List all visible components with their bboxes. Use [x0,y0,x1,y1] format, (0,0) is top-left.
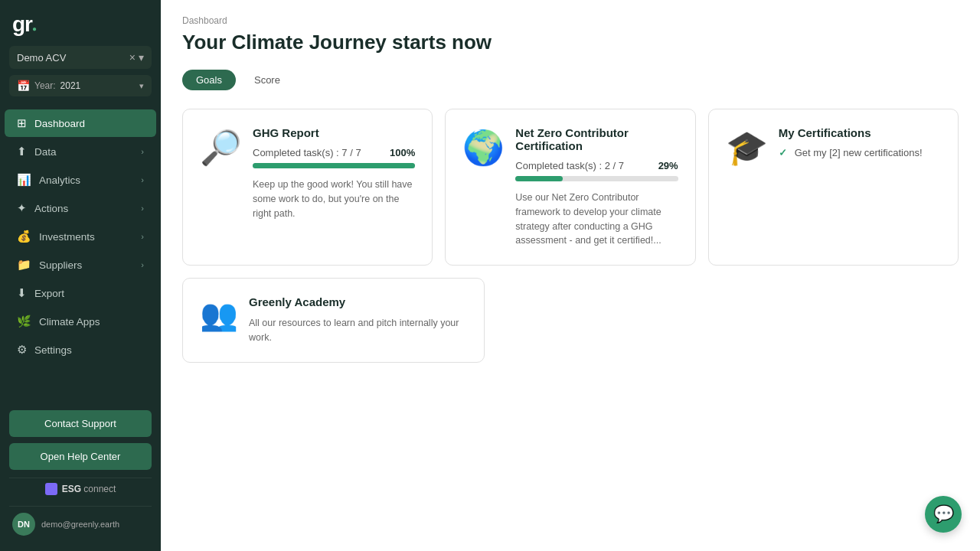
card-content: Net Zero Contributor Certification Compl… [515,126,678,248]
chevron-icon: › [141,175,144,184]
sidebar-item-label: Analytics [39,174,141,186]
chat-icon: 💬 [933,504,954,524]
year-chevron-icon: ▾ [139,81,144,91]
checkmark-icon: ✓ [779,147,787,158]
card-content: My Certifications ✓ Get my [2] new certi… [779,126,941,158]
sidebar-item-investments[interactable]: 💰 Investments › [5,223,156,250]
dashboard-icon: ⊞ [17,116,27,130]
sidebar-item-label: Suppliers [39,259,141,271]
card-inner: 🔎 GHG Report Completed task(s) : 7 / 7 1… [200,126,415,220]
page-title: Your Climate Journey starts now [182,31,959,54]
greenly-academy-card[interactable]: 👥 Greenly Academy All our resources to l… [182,278,485,363]
year-value: 2021 [60,80,139,91]
dropdown-icons: × ▾ [129,51,144,64]
breadcrumb: Dashboard [182,15,959,26]
sidebar-item-data[interactable]: ⬆ Data › [5,138,156,165]
sidebar-item-suppliers[interactable]: 📁 Suppliers › [5,251,156,279]
card-meta: Completed task(s) : 7 / 7 100% [253,147,415,158]
percent-label: 29% [658,160,678,171]
clear-icon[interactable]: × [129,51,136,64]
cards-row-bottom: 👥 Greenly Academy All our resources to l… [182,278,959,363]
actions-icon: ✦ [17,201,27,215]
card-description: Use our Net Zero Contributor framework t… [515,191,678,248]
avatar: DN [12,513,35,536]
cert-row: ✓ Get my [2] new certifications! [779,147,941,158]
analytics-icon: 📊 [17,173,31,187]
net-zero-card[interactable]: 🌍 Net Zero Contributor Certification Com… [445,109,695,266]
sidebar-item-label: Export [34,288,144,299]
completed-label: Completed task(s) : 2 / 7 [515,160,624,171]
card-description: Keep up the good work! You still have so… [253,178,415,220]
percent-label: 100% [390,147,415,158]
logo-dot: ● [32,24,36,33]
sidebar-item-dashboard[interactable]: ⊞ Dashboard [5,109,156,137]
export-icon: ⬇ [17,286,27,300]
certifications-card[interactable]: 🎓 My Certifications ✓ Get my [2] new cer… [708,109,959,266]
sidebar-item-label: Dashboard [34,118,144,129]
settings-icon: ⚙ [17,343,27,357]
logo-letters: gr [12,12,32,36]
investments-icon: 💰 [17,230,31,243]
sidebar-item-actions[interactable]: ✦ Actions › [5,194,156,222]
sidebar-item-label: Actions [34,203,141,214]
card-content: Greenly Academy All our resources to lea… [249,295,467,345]
logo: gr● [12,12,36,37]
progress-bar-fill [515,176,563,181]
contact-support-button[interactable]: Contact Support [9,410,152,437]
suppliers-icon: 📁 [17,258,31,272]
tab-score[interactable]: Score [240,70,294,90]
chevron-icon: › [141,232,144,241]
chevron-down-icon: ▾ [139,51,144,64]
sidebar-item-settings[interactable]: ⚙ Settings [5,336,156,364]
globe-icon: 🌍 [462,128,505,168]
progress-bar-bg [253,163,415,168]
graduation-icon: 🎓 [726,128,768,168]
sidebar-item-label: Climate Apps [39,316,144,328]
sidebar-item-analytics[interactable]: 📊 Analytics › [5,166,156,194]
card-content: GHG Report Completed task(s) : 7 / 7 100… [253,126,415,220]
year-label: Year: [34,80,56,91]
sidebar: gr● Demo ACV × ▾ 📅 Year: 2021 ▾ ⊞ Dashbo… [0,0,161,551]
esg-connect-badge: ESG connect [9,478,152,500]
climate-apps-icon: 🌿 [17,315,31,328]
chevron-icon: › [141,147,144,156]
chevron-icon: › [141,204,144,213]
chevron-icon: › [141,260,144,269]
ghg-report-card[interactable]: 🔎 GHG Report Completed task(s) : 7 / 7 1… [182,109,433,266]
card-title: My Certifications [779,126,941,139]
sidebar-item-export[interactable]: ⬇ Export [5,279,156,307]
cert-line: Get my [2] new certifications! [795,147,923,158]
esg-label: ESG connect [62,484,116,494]
chat-fab-button[interactable]: 💬 [925,496,962,533]
progress-bar-bg [515,176,678,181]
cards-row-top: 🔎 GHG Report Completed task(s) : 7 / 7 1… [182,109,959,266]
year-selector[interactable]: 📅 Year: 2021 ▾ [9,75,152,96]
ghg-icon: 🔎 [200,128,242,168]
tab-goals[interactable]: Goals [182,70,236,90]
sidebar-bottom: Contact Support Open Help Center ESG con… [0,401,161,551]
sidebar-item-label: Investments [39,231,141,243]
completed-label: Completed task(s) : 7 / 7 [253,147,361,158]
calendar-icon: 📅 [17,80,30,92]
sidebar-item-label: Data [34,146,141,158]
card-inner: 👥 Greenly Academy All our resources to l… [200,295,467,345]
card-title: Net Zero Contributor Certification [515,126,678,152]
logo-area: gr● [0,0,161,46]
esg-icon [45,483,57,495]
user-row[interactable]: DN demo@greenly.earth [9,506,152,542]
sidebar-item-climate-apps[interactable]: 🌿 Climate Apps [5,308,156,335]
nav-menu: ⊞ Dashboard ⬆ Data › 📊 Analytics › ✦ Act… [0,109,161,401]
sidebar-item-label: Settings [34,344,144,356]
data-icon: ⬆ [17,145,27,158]
card-title: Greenly Academy [249,295,467,308]
card-meta: Completed task(s) : 2 / 7 29% [515,160,678,171]
card-title: GHG Report [253,126,415,139]
card-inner: 🎓 My Certifications ✓ Get my [2] new cer… [726,126,941,168]
main-content: Dashboard Your Climate Journey starts no… [161,0,980,551]
academy-icon: 👥 [200,297,238,333]
tabs-bar: Goals Score [182,70,959,90]
company-name: Demo ACV [17,52,129,64]
open-help-center-button[interactable]: Open Help Center [9,443,152,470]
card-inner: 🌍 Net Zero Contributor Certification Com… [462,126,678,248]
company-dropdown[interactable]: Demo ACV × ▾ [9,46,152,69]
